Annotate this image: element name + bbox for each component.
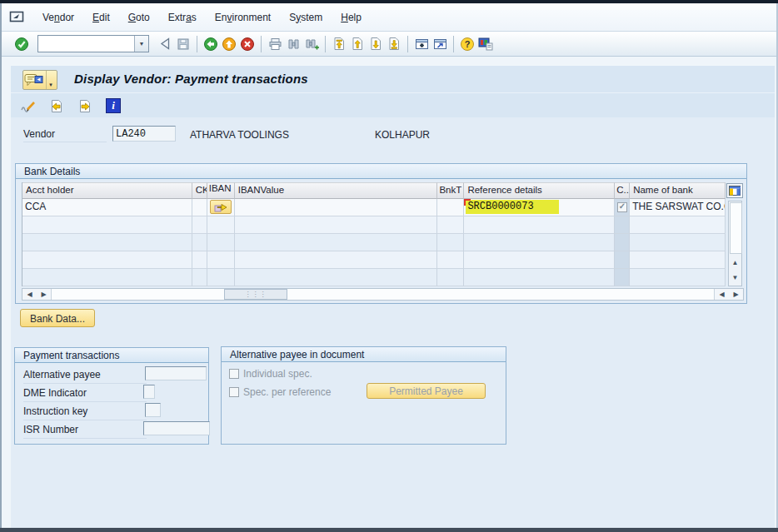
alternative-payee-group: Alternative payee in document Individual…: [221, 346, 506, 445]
information-icon[interactable]: i: [104, 97, 122, 115]
cell-empty[interactable]: [437, 234, 464, 251]
scroll-left-icon[interactable]: ◀: [22, 289, 37, 300]
menu-edit[interactable]: Edit: [83, 9, 119, 26]
back-icon[interactable]: [202, 35, 220, 53]
col-header-ibanvalue[interactable]: IBANValue: [235, 182, 438, 199]
col-header-ck[interactable]: CK: [192, 182, 207, 199]
scroll-down-icon[interactable]: ▼: [729, 271, 741, 285]
page-down-icon[interactable]: [367, 35, 385, 53]
cell-empty[interactable]: [22, 234, 192, 251]
cell-empty[interactable]: [630, 269, 726, 286]
cell-empty[interactable]: [192, 251, 207, 269]
cell-empty[interactable]: [22, 216, 192, 234]
gos-dropdown-caret[interactable]: ▼: [46, 71, 55, 89]
dme-indicator-field[interactable]: [143, 385, 155, 399]
cell-empty[interactable]: [22, 251, 192, 269]
command-dropdown-icon[interactable]: ▼: [134, 36, 148, 52]
horizontal-scrollbar[interactable]: ◀ ▶ ⋮⋮⋮ ◀ ▶: [22, 288, 744, 301]
cell-empty[interactable]: [437, 251, 464, 269]
collection-auth-checkbox[interactable]: [617, 202, 627, 212]
individual-spec-checkbox[interactable]: [229, 369, 239, 379]
menu-help[interactable]: Help: [332, 9, 371, 26]
cell-empty[interactable]: [235, 234, 438, 251]
horizontal-scrollbar-track[interactable]: ⋮⋮⋮: [51, 289, 715, 300]
find-icon[interactable]: [284, 35, 302, 53]
gos-menu-button[interactable]: ▼: [22, 70, 57, 90]
cell-empty[interactable]: [630, 216, 726, 234]
col-header-acct-holder[interactable]: Acct holder: [22, 182, 192, 199]
scroll-right-icon[interactable]: ▶: [37, 289, 51, 300]
cell-empty[interactable]: [22, 269, 192, 286]
next-screen-icon[interactable]: [76, 97, 94, 115]
cell-empty[interactable]: [464, 234, 615, 251]
cell-empty[interactable]: [192, 234, 207, 251]
iban-button[interactable]: [210, 200, 232, 214]
isr-number-field[interactable]: [143, 421, 210, 435]
previous-screen-icon[interactable]: [47, 97, 66, 115]
cell-bnkt[interactable]: [437, 199, 464, 216]
page-up-icon[interactable]: [348, 35, 367, 53]
cell-empty[interactable]: [464, 269, 615, 286]
display-change-icon[interactable]: [19, 97, 37, 115]
cell-empty[interactable]: [437, 216, 464, 234]
help-icon[interactable]: ?: [458, 35, 476, 53]
cell-name-of-bank[interactable]: THE SARSWAT CO.OP: [630, 199, 726, 216]
scroll-right-icon[interactable]: ▶: [729, 289, 743, 300]
cell-reference-details[interactable]: SRCB0000073: [464, 199, 615, 216]
cell-ck[interactable]: [192, 199, 207, 216]
col-header-bnkt[interactable]: BnkT: [437, 182, 464, 199]
cell-empty[interactable]: [207, 269, 235, 286]
save-icon[interactable]: [174, 35, 192, 53]
alternative-payee-field[interactable]: [145, 366, 207, 380]
cell-empty[interactable]: [235, 216, 438, 234]
spec-per-reference-checkbox[interactable]: [229, 387, 239, 397]
cell-empty[interactable]: [464, 216, 615, 234]
cell-ibanvalue[interactable]: [235, 199, 438, 216]
last-page-icon[interactable]: [385, 35, 403, 53]
vertical-scrollbar[interactable]: ▲ ▼: [728, 201, 742, 286]
cancel-icon[interactable]: [238, 35, 257, 53]
cell-empty[interactable]: [235, 251, 438, 269]
menu-system[interactable]: System: [280, 9, 332, 26]
instruction-key-field[interactable]: [145, 403, 161, 417]
cell-empty[interactable]: [630, 234, 726, 251]
enter-check-icon[interactable]: [12, 35, 31, 53]
vendor-code-field[interactable]: [112, 126, 176, 142]
table-configuration-button[interactable]: [726, 183, 743, 198]
cell-empty[interactable]: [192, 216, 207, 234]
cell-empty[interactable]: [192, 269, 207, 286]
col-header-iban[interactable]: IBAN: [207, 182, 235, 199]
create-shortcut-icon[interactable]: [431, 35, 449, 53]
menu-extras[interactable]: Extras: [159, 9, 206, 26]
command-input[interactable]: [38, 36, 134, 52]
col-header-name-of-bank[interactable]: Name of bank: [630, 182, 726, 199]
first-page-icon[interactable]: [330, 35, 348, 53]
menu-environment[interactable]: Environment: [206, 9, 280, 26]
scroll-up-icon[interactable]: ▲: [729, 256, 741, 270]
cell-empty[interactable]: [207, 234, 235, 251]
exit-icon[interactable]: [220, 35, 238, 53]
cell-empty[interactable]: [437, 269, 464, 286]
horizontal-scrollbar-thumb[interactable]: ⋮⋮⋮: [224, 289, 287, 300]
scroll-left-icon[interactable]: ◀: [715, 289, 729, 300]
menu-goto[interactable]: Goto: [119, 9, 159, 26]
cell-empty[interactable]: [235, 269, 438, 286]
menu-vendor[interactable]: Vendor: [33, 9, 83, 26]
cell-empty[interactable]: [464, 251, 615, 269]
reference-details-value[interactable]: SRCB0000073: [466, 200, 559, 214]
permitted-payee-button[interactable]: Permitted Payee: [367, 383, 486, 399]
cell-empty[interactable]: [630, 251, 726, 269]
enter-back-icon[interactable]: [156, 35, 174, 53]
customize-layout-icon[interactable]: [476, 35, 495, 53]
cell-acct-holder[interactable]: CCA: [22, 199, 192, 216]
cell-empty[interactable]: [207, 216, 235, 234]
new-session-icon[interactable]: [412, 35, 431, 53]
print-icon[interactable]: [266, 35, 284, 53]
cell-empty[interactable]: [207, 251, 235, 269]
find-next-icon[interactable]: [302, 35, 321, 53]
bank-data-button[interactable]: Bank Data...: [20, 309, 95, 327]
vertical-scrollbar-thumb[interactable]: [730, 202, 742, 254]
system-menu-icon[interactable]: [9, 11, 25, 23]
col-header-reference-details[interactable]: Reference details: [464, 182, 615, 199]
col-header-collection[interactable]: C..: [615, 182, 630, 199]
